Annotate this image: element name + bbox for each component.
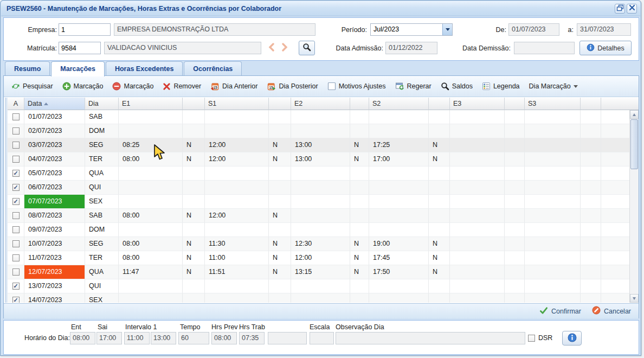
tab-horas-excedentes[interactable]: Horas Excedentes xyxy=(106,61,183,76)
grid-row-09/07/2023[interactable]: 09/07/2023DOM xyxy=(8,223,629,237)
close-button[interactable] xyxy=(627,4,637,14)
scrollbar-thumb[interactable] xyxy=(630,119,638,169)
cancelar-button[interactable]: Cancelar xyxy=(592,306,631,316)
tab-ocorrencias[interactable]: Ocorrências xyxy=(184,61,242,76)
row-checkbox[interactable] xyxy=(12,226,20,233)
detalhes-button[interactable]: Detalhes xyxy=(579,41,632,55)
grid-row-07/07/2023[interactable]: ✓07/07/2023SEX xyxy=(8,195,629,209)
grid-row-02/07/2023[interactable]: 02/07/2023DOM xyxy=(8,124,629,138)
cell-value xyxy=(581,138,601,152)
row-checkbox[interactable] xyxy=(12,268,20,276)
cell-value xyxy=(525,195,581,209)
cell-filler xyxy=(601,251,629,265)
info-icon xyxy=(587,43,595,53)
cell-value xyxy=(525,279,581,293)
cell-value xyxy=(350,279,369,293)
grid-row-05/07/2023[interactable]: ✓05/07/2023QUA xyxy=(8,167,629,181)
grid-row-14/07/2023[interactable]: ✓14/07/2023SEX xyxy=(8,293,629,303)
row-checkbox[interactable]: ✓ xyxy=(12,297,20,303)
row-checkbox[interactable] xyxy=(12,156,20,163)
grid-row-04/07/2023[interactable]: 04/07/2023TER08:00N12:00N13:00N17:00N xyxy=(8,152,629,167)
scroll-up-button[interactable] xyxy=(630,110,639,119)
row-checkbox[interactable]: ✓ xyxy=(12,283,20,290)
row-checkbox[interactable] xyxy=(12,212,20,219)
previous-employee-button[interactable] xyxy=(266,42,277,54)
next-employee-button[interactable] xyxy=(279,42,290,54)
row-checkbox[interactable]: ✓ xyxy=(12,198,20,205)
cell-value xyxy=(350,223,369,237)
restore-button[interactable] xyxy=(615,4,625,14)
matricula-input[interactable] xyxy=(59,42,101,54)
grid-row-10/07/2023[interactable]: 10/07/2023SEG08:00N11:30N12:30N19:00N xyxy=(8,237,629,251)
grid-row-06/07/2023[interactable]: ✓06/07/2023QUI xyxy=(8,181,629,195)
cell-filler xyxy=(601,293,629,303)
column-header-spacer[interactable] xyxy=(581,98,601,110)
column-header-spacer[interactable] xyxy=(269,98,291,110)
grid-row-12/07/2023[interactable]: 12/07/2023QUA11:47N11:51N13:15N17:50N xyxy=(8,265,629,279)
pesquisar-button[interactable]: Pesquisar xyxy=(11,82,53,91)
periodo-select[interactable]: Jul/2023 xyxy=(370,23,453,36)
cell-value xyxy=(581,110,601,124)
tab-marcacoes[interactable]: Marcações xyxy=(51,61,105,76)
column-header-s1[interactable]: S1 xyxy=(205,98,269,110)
dia-anterior-button[interactable]: 15 Dia Anterior xyxy=(210,82,257,91)
column-header-spacer[interactable] xyxy=(429,98,450,110)
motivos-ajustes-button[interactable]: Motivos Ajustes xyxy=(327,82,386,91)
observacao-dia-field xyxy=(336,332,525,344)
cell-value xyxy=(369,110,429,124)
dia-marcacao-dropdown[interactable]: Dia Marcação xyxy=(529,82,578,90)
dsr-checkbox[interactable] xyxy=(528,335,535,342)
cell-value xyxy=(183,110,205,124)
motivos-ajustes-label: Motivos Ajustes xyxy=(339,82,386,90)
column-header-e2[interactable]: E2 xyxy=(291,98,350,110)
grid-row-03/07/2023[interactable]: 03/07/2023SEG08:25N12:00N13:00N17:25N xyxy=(8,138,629,152)
chevron-down-icon[interactable] xyxy=(442,24,452,35)
dia-posterior-button[interactable]: 15 Dia Posterior xyxy=(267,82,318,91)
column-header-s3[interactable]: S3 xyxy=(525,98,581,110)
cell-value xyxy=(505,265,525,279)
row-checkbox[interactable] xyxy=(12,113,20,120)
cell-value xyxy=(205,279,269,293)
row-checkbox[interactable]: ✓ xyxy=(12,170,20,177)
remover-button[interactable]: Remover xyxy=(163,82,201,91)
day-info-button[interactable] xyxy=(562,331,582,346)
legenda-button[interactable]: Legenda xyxy=(482,82,520,91)
empresa-input[interactable] xyxy=(59,23,111,36)
scroll-down-button[interactable] xyxy=(630,294,639,303)
tab-resumo[interactable]: Resumo xyxy=(5,61,50,76)
grid-row-01/07/2023[interactable]: 01/07/2023SAB xyxy=(8,110,629,124)
saldos-button[interactable]: Saldos xyxy=(441,82,473,91)
adicionar-marcacao-button[interactable]: Marcação xyxy=(62,82,104,91)
legenda-label: Legenda xyxy=(493,82,520,90)
search-employee-button[interactable] xyxy=(299,41,315,55)
cell-value xyxy=(269,279,291,293)
cell-value xyxy=(450,223,505,237)
column-header-a[interactable]: A xyxy=(8,98,24,110)
row-checkbox[interactable] xyxy=(12,254,20,261)
column-header-e3[interactable]: E3 xyxy=(450,98,505,110)
row-checkbox[interactable] xyxy=(12,127,20,135)
cell-dia: SEX xyxy=(85,293,119,303)
column-header-e1[interactable]: E1 xyxy=(119,98,183,110)
remover-marcacao-button[interactable]: Marcação xyxy=(112,82,153,91)
vertical-scrollbar[interactable] xyxy=(629,110,639,303)
column-header-spacer[interactable] xyxy=(183,98,205,110)
cell-value xyxy=(291,209,350,223)
column-header-s2[interactable]: S2 xyxy=(369,98,429,110)
row-checkbox[interactable]: ✓ xyxy=(12,184,20,191)
grid-row-08/07/2023[interactable]: 08/07/2023SAB08:00N12:00N xyxy=(8,209,629,223)
row-checkbox[interactable] xyxy=(12,240,20,247)
escala-field xyxy=(310,332,334,344)
column-header-spacer[interactable] xyxy=(505,98,525,110)
cell-value: N xyxy=(269,251,291,265)
column-header-data[interactable]: Data xyxy=(24,98,85,110)
regerar-button[interactable]: Regerar xyxy=(395,82,432,91)
grid-row-13/07/2023[interactable]: ✓13/07/2023QUI xyxy=(8,279,629,293)
cell-value xyxy=(291,195,350,209)
column-header-dia[interactable]: Dia xyxy=(85,98,119,110)
column-header-spacer[interactable] xyxy=(350,98,369,110)
row-checkbox[interactable] xyxy=(12,142,20,149)
grid-row-11/07/2023[interactable]: 11/07/2023TER08:00N11:00N12:00N17:45N xyxy=(8,251,629,265)
confirmar-button[interactable]: Confirmar xyxy=(539,306,581,316)
calendar-next-icon: 15 xyxy=(267,82,276,91)
